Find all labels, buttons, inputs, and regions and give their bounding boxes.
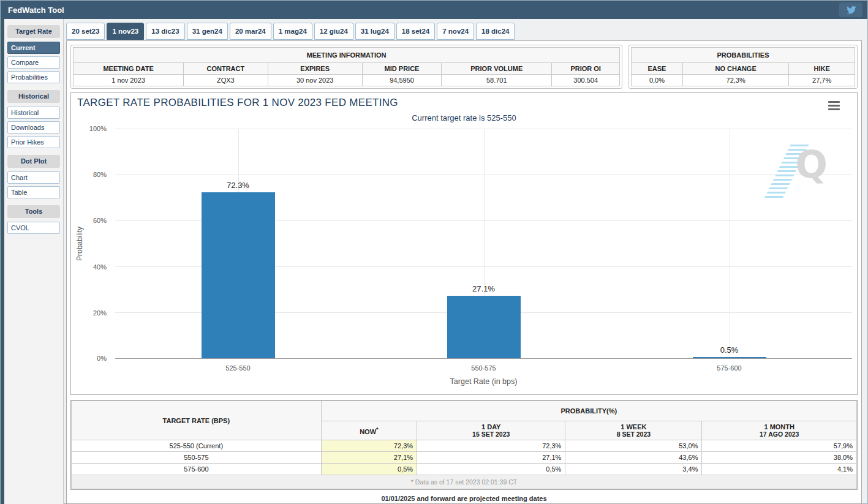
col-1-month-date: 17 AGO 2023 xyxy=(706,431,853,438)
chart-menu-icon[interactable] xyxy=(828,101,840,112)
sidebar-item-historical[interactable]: Historical xyxy=(7,107,60,119)
meeting-information-table: MEETING INFORMATION MEETING DATE CONTRAC… xyxy=(73,47,620,86)
y-axis-title: Probability xyxy=(75,213,84,274)
bar-label-525-550: 72.3% xyxy=(227,181,249,190)
bar-575-600[interactable]: 0.5% xyxy=(693,357,766,358)
meeting-info-title: MEETING INFORMATION xyxy=(74,48,620,63)
now-cell: 27,1% xyxy=(321,452,417,464)
target-rate-chart: TARGET RATE PROBABILITIES FOR 1 NOV 2023… xyxy=(70,92,858,395)
meeting-info-row: 1 nov 2023 ZQX3 30 nov 2023 94,5950 58.7… xyxy=(74,75,620,86)
week-cell: 53,0% xyxy=(565,440,702,452)
info-tables-row: MEETING INFORMATION MEETING DATE CONTRAC… xyxy=(70,45,858,89)
sidebar-header-historical: Historical xyxy=(7,90,60,103)
y-tick-80: 80% xyxy=(72,171,107,178)
tab-1-mag24[interactable]: 1 mag24 xyxy=(273,23,312,40)
expires-value: 30 nov 2023 xyxy=(268,75,362,86)
tab-20-set23[interactable]: 20 set23 xyxy=(66,23,105,40)
sidebar-item-chart[interactable]: Chart xyxy=(7,171,60,184)
week-cell: 43,6% xyxy=(565,452,702,464)
tab-13-dic23[interactable]: 13 dic23 xyxy=(146,23,184,40)
prior-oi-value: 300.504 xyxy=(552,75,620,86)
ease-value: 0,0% xyxy=(632,75,683,86)
y-tick-0: 0% xyxy=(72,355,107,362)
meeting-information-box: MEETING INFORMATION MEETING DATE CONTRAC… xyxy=(70,45,622,89)
col-mid-price: MID PRICE xyxy=(362,63,441,75)
rate-cell: 525-550 (Current) xyxy=(72,440,322,452)
sidebar-group-target-rate: Target Rate Current Compare Probabilitie… xyxy=(7,25,61,83)
sidebar-header-dot-plot: Dot Plot xyxy=(7,155,60,168)
col-1-day: 1 DAY15 SET 2023 xyxy=(417,421,565,440)
x-axis-labels: 525-550 550-575 575-600 xyxy=(115,364,852,372)
tab-20-mar24[interactable]: 20 mar24 xyxy=(230,23,271,40)
x-tick-575-600: 575-600 xyxy=(606,364,852,372)
x-tick-525-550: 525-550 xyxy=(115,364,361,372)
month-cell: 57,9% xyxy=(702,440,857,452)
sidebar: Target Rate Current Compare Probabilitie… xyxy=(4,19,64,504)
tab-18-dic24[interactable]: 18 dic24 xyxy=(476,23,515,40)
probabilities-row: 0,0% 72,3% 27,7% xyxy=(632,75,855,86)
col-group-probability: PROBABILITY(%) xyxy=(321,401,856,421)
y-tick-20: 20% xyxy=(72,309,107,317)
data-as-of-footnote: * Data as of 17 set 2023 02:01:39 CT xyxy=(71,475,857,489)
tab-31-gen24[interactable]: 31 gen24 xyxy=(187,23,228,40)
tab-12-giu24[interactable]: 12 giu24 xyxy=(314,23,353,40)
rate-cell: 550-575 xyxy=(72,452,322,464)
fedwatch-tool-page: FedWatch Tool Target Rate Current Compar… xyxy=(0,0,868,504)
watermark-q-letter: Q xyxy=(795,146,828,184)
bar-label-550-575: 27.1% xyxy=(472,284,495,293)
bar-label-575-600: 0.5% xyxy=(720,345,739,355)
rate-cell: 575-600 xyxy=(72,464,322,475)
sidebar-item-prior-hikes[interactable]: Prior Hikes xyxy=(7,136,60,148)
mid-price-value: 94,5950 xyxy=(362,75,441,86)
tab-1-nov23[interactable]: 1 nov23 xyxy=(107,23,144,40)
sidebar-item-table[interactable]: Table xyxy=(7,186,60,198)
tab-31-lug24[interactable]: 31 lug24 xyxy=(355,23,394,40)
table-row-525-550: 525-550 (Current) 72,3% 72,3% 53,0% 57,9… xyxy=(72,440,857,452)
contract-value: ZQX3 xyxy=(184,75,268,86)
bar-550-575[interactable]: 27.1% xyxy=(447,296,521,358)
probability-history-table: TARGET RATE (BPS) PROBABILITY(%) NOW* 1 … xyxy=(71,401,857,475)
day-cell: 0,5% xyxy=(417,464,565,475)
sidebar-item-downloads[interactable]: Downloads xyxy=(7,121,60,134)
col-contract: CONTRACT xyxy=(184,63,268,75)
twitter-bird-icon xyxy=(846,5,856,15)
tab-7-nov24[interactable]: 7 nov24 xyxy=(437,23,474,40)
probability-history-table-box: TARGET RATE (BPS) PROBABILITY(%) NOW* 1 … xyxy=(70,400,858,490)
sidebar-item-compare[interactable]: Compare xyxy=(7,56,60,69)
twitter-share-button[interactable] xyxy=(839,2,862,17)
sidebar-item-probabilities[interactable]: Probabilities xyxy=(7,71,60,83)
col-hike: HIKE xyxy=(789,63,855,75)
sidebar-item-cvol[interactable]: CVOL xyxy=(7,222,60,234)
col-prior-volume: PRIOR VOLUME xyxy=(442,63,552,75)
bar-slot-550-575: 27.1% xyxy=(361,129,606,358)
prior-volume-value: 58.701 xyxy=(442,75,552,86)
col-1-day-date: 15 SET 2023 xyxy=(421,431,561,438)
col-1-week-label: 1 WEEK xyxy=(621,423,646,431)
x-axis-title: Target Rate (in bps) xyxy=(115,377,852,386)
col-1-week-date: 8 SET 2023 xyxy=(569,431,698,438)
tab-18-set24[interactable]: 18 set24 xyxy=(396,23,435,40)
app-header: FedWatch Tool xyxy=(1,1,867,19)
quikstrike-q-watermark: Q xyxy=(775,143,828,200)
col-target-rate-bps: TARGET RATE (BPS) xyxy=(72,401,322,440)
col-no-change: NO CHANGE xyxy=(682,63,788,75)
sidebar-group-dot-plot: Dot Plot Chart Table xyxy=(7,155,61,198)
now-cell: 0,5% xyxy=(321,464,417,475)
sidebar-group-tools: Tools CVOL xyxy=(7,205,61,234)
col-1-month-label: 1 MONTH xyxy=(764,423,794,431)
probabilities-title: PROBABILITIES xyxy=(632,48,855,63)
sidebar-header-tools: Tools xyxy=(7,205,60,218)
y-axis: 100% 80% 60% 40% 20% 0% Probability xyxy=(71,129,110,359)
col-now-label: NOW xyxy=(360,427,376,435)
col-expires: EXPIRES xyxy=(268,63,362,75)
projected-meetings-note: 01/01/2025 and forward are projected mee… xyxy=(70,490,858,504)
col-meeting-date: MEETING DATE xyxy=(74,63,184,75)
table-row-575-600: 575-600 0,5% 0,5% 3,4% 4,1% xyxy=(72,464,857,475)
sidebar-item-current[interactable]: Current xyxy=(7,42,60,54)
month-cell: 4,1% xyxy=(702,464,857,475)
day-cell: 27,1% xyxy=(417,452,565,464)
bar-slot-525-550: 72.3% xyxy=(115,129,361,358)
bar-525-550[interactable]: 72.3% xyxy=(202,192,275,358)
chart-title: TARGET RATE PROBABILITIES FOR 1 NOV 2023… xyxy=(77,97,398,109)
week-cell: 3,4% xyxy=(565,464,702,475)
